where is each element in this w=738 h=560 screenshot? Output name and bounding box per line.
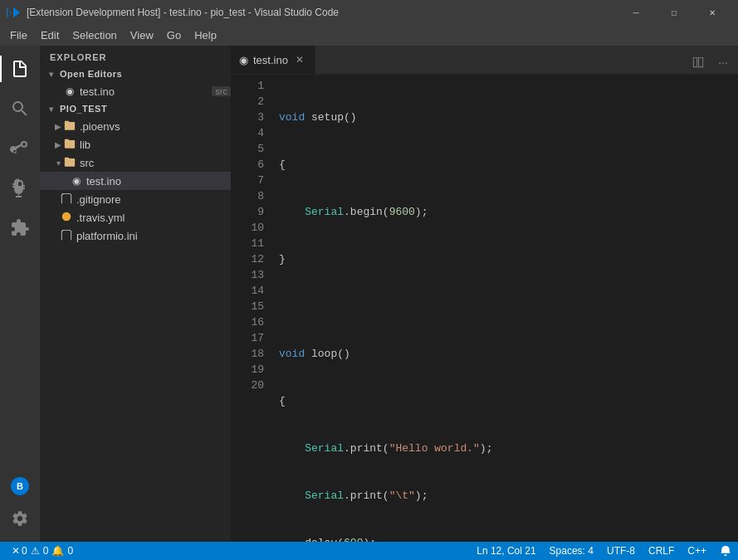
folder-icon-lib	[63, 138, 76, 152]
status-bar: ✕ 0 ⚠ 0 🔔 0 Ln 12, Col 21 Spaces: 4 UTF-…	[0, 542, 738, 560]
debug-activity-icon[interactable]	[0, 168, 40, 208]
info-count: 0	[67, 545, 73, 557]
titlebar: [Extension Development Host] - test.ino …	[0, 0, 738, 25]
tab-label: test.ino	[253, 54, 288, 66]
extensions-activity-icon[interactable]	[0, 208, 40, 248]
travis-yml-item[interactable]: .travis.yml	[40, 208, 231, 226]
menubar: File Edit Selection View Go Help	[0, 25, 738, 46]
lib-label: lib	[80, 139, 231, 151]
explorer-activity-icon[interactable]	[0, 49, 40, 89]
activity-bar: B	[0, 46, 40, 542]
code-line-10: delay(600);	[279, 535, 738, 542]
errors-status[interactable]: ✕ 0 ⚠ 0 🔔 0	[5, 542, 80, 560]
menu-help[interactable]: Help	[188, 25, 223, 46]
language-status[interactable]: C++	[681, 542, 713, 560]
file-icon: ◉	[63, 85, 76, 97]
menu-file[interactable]: File	[3, 25, 34, 46]
editor-area: ◉ test.ino ✕ ··· 1 2 3 4 5 6 7 8	[231, 46, 738, 542]
open-editor-badge: src	[212, 86, 231, 96]
spaces-value: Spaces: 4	[550, 545, 594, 557]
more-actions-button[interactable]: ···	[711, 51, 735, 74]
maximize-button[interactable]: □	[655, 0, 693, 25]
error-icon: ✕	[12, 545, 20, 557]
open-editors-header[interactable]: ▾ Open Editors	[40, 66, 231, 82]
open-editor-label: test.ino	[80, 85, 208, 98]
app-icon	[7, 6, 20, 19]
language-value: C++	[687, 545, 706, 557]
tab-icon: ◉	[239, 54, 248, 66]
encoding-status[interactable]: UTF-8	[600, 542, 642, 560]
warning-icon: ⚠	[31, 545, 40, 557]
tab-actions: ···	[687, 51, 738, 74]
cursor-position: Ln 12, Col 21	[477, 545, 535, 557]
status-right: Ln 12, Col 21 Spaces: 4 UTF-8 CRLF C++	[470, 542, 738, 560]
split-editor-button[interactable]	[687, 51, 710, 74]
line-ending-value: CRLF	[648, 545, 674, 557]
test-ino-tab[interactable]: ◉ test.ino ✕	[231, 46, 315, 74]
code-content[interactable]: void setup() { Serial.begin(9600); } voi…	[272, 75, 738, 542]
minimize-button[interactable]: ─	[617, 0, 655, 25]
code-line-4: }	[279, 251, 738, 267]
lib-chevron: ▶	[53, 140, 63, 149]
info-icon: 🔔	[51, 545, 64, 557]
folder-icon	[63, 119, 76, 134]
code-editor[interactable]: 1 2 3 4 5 6 7 8 9 10 11 12 13 14 15 16 1…	[231, 75, 738, 542]
sidebar: Explorer ▾ Open Editors ◉ test.ino src ▾…	[40, 46, 231, 542]
svg-point-0	[62, 212, 71, 221]
folder-icon-src	[63, 156, 76, 170]
code-line-2: {	[279, 157, 738, 173]
encoding-value: UTF-8	[607, 545, 635, 557]
open-editors-chevron: ▾	[46, 70, 56, 79]
error-count: 0	[22, 545, 27, 557]
line-ending-status[interactable]: CRLF	[642, 542, 681, 560]
menu-go[interactable]: Go	[160, 25, 188, 46]
cursor-position-status[interactable]: Ln 12, Col 21	[470, 542, 542, 560]
code-line-5	[279, 299, 738, 314]
code-line-1: void setup()	[279, 110, 738, 125]
src-chevron: ▾	[53, 158, 63, 168]
code-line-6: void loop()	[279, 346, 738, 362]
search-activity-icon[interactable]	[0, 89, 40, 129]
platformio-label: platformio.ini	[76, 230, 231, 242]
travis-label: .travis.yml	[76, 212, 231, 224]
open-editors-label: Open Editors	[60, 69, 122, 79]
gitignore-item[interactable]: .gitignore	[40, 190, 231, 208]
settings-activity-icon[interactable]	[0, 499, 40, 538]
source-control-activity-icon[interactable]	[0, 129, 40, 168]
file-icon-travis	[60, 211, 73, 225]
spaces-status[interactable]: Spaces: 4	[543, 542, 600, 560]
tab-bar: ◉ test.ino ✕ ···	[231, 46, 738, 75]
menu-view[interactable]: View	[124, 25, 160, 46]
pio-test-header[interactable]: ▾ PIO_TEST	[40, 100, 231, 117]
file-icon-gitignore	[60, 192, 73, 207]
pio-test-chevron: ▾	[46, 105, 56, 114]
pioenvs-folder-item[interactable]: ▶ .pioenvs	[40, 117, 231, 135]
close-button[interactable]: ✕	[693, 0, 731, 25]
gitignore-label: .gitignore	[76, 193, 231, 206]
notifications-button[interactable]	[713, 542, 738, 560]
warning-count: 0	[43, 545, 49, 557]
file-icon-platformio	[60, 229, 73, 243]
main-content: B Explorer ▾ Open Editors ◉ test.ino src…	[0, 46, 738, 542]
menu-selection[interactable]: Selection	[66, 25, 123, 46]
lib-folder-item[interactable]: ▶ lib	[40, 135, 231, 153]
test-ino-label: test.ino	[86, 175, 231, 187]
test-ino-tree-item[interactable]: ◉ test.ino	[40, 172, 231, 190]
status-left: ✕ 0 ⚠ 0 🔔 0	[0, 542, 85, 560]
pio-test-label: PIO_TEST	[60, 104, 107, 114]
code-line-7: {	[279, 393, 738, 409]
sidebar-header: Explorer	[40, 46, 231, 66]
menu-edit[interactable]: Edit	[34, 25, 66, 46]
src-folder-item[interactable]: ▾ src	[40, 153, 231, 172]
src-label: src	[80, 157, 231, 169]
open-editor-test-ino[interactable]: ◉ test.ino src	[40, 82, 231, 100]
window-title: [Extension Development Host] - test.ino …	[27, 7, 617, 18]
pioenvs-label: .pioenvs	[80, 120, 231, 133]
tab-close-button[interactable]: ✕	[293, 53, 306, 66]
code-line-3: Serial.begin(9600);	[279, 204, 738, 220]
file-icon-test-ino: ◉	[70, 175, 83, 187]
pioenvs-chevron: ▶	[53, 122, 63, 131]
platformio-ini-item[interactable]: platformio.ini	[40, 226, 231, 245]
window-controls: ─ □ ✕	[617, 0, 731, 25]
remote-badge-icon[interactable]: B	[11, 477, 29, 495]
